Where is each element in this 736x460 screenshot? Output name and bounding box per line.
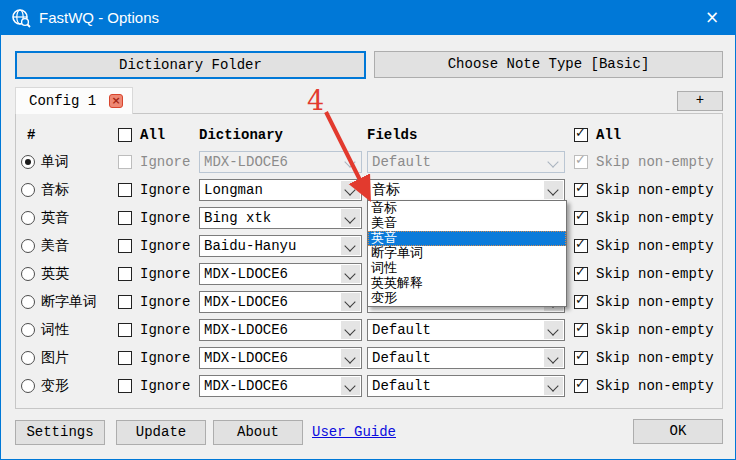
skip-label: Skip non-empty	[596, 347, 714, 369]
combo-arrow-icon[interactable]	[341, 377, 360, 395]
skip-checkbox[interactable]	[574, 351, 588, 365]
titlebar: FastWQ - Options ×	[1, 1, 735, 35]
dictionary-combobox[interactable]: Baidu-Hanyu	[199, 235, 362, 257]
skip-checkbox[interactable]	[574, 323, 588, 337]
skip-label: Skip non-empty	[596, 319, 714, 341]
dropdown-option[interactable]: 美音	[368, 216, 566, 231]
skip-label: Skip non-empty	[596, 179, 714, 201]
row-radio[interactable]	[21, 211, 35, 225]
table-row: 变形 Ignore MDX-LDOCE6 Default Skip non-em…	[1, 375, 736, 397]
ignore-checkbox	[118, 155, 132, 169]
skip-checkbox[interactable]	[574, 379, 588, 393]
dropdown-option[interactable]: 断字单词	[368, 246, 566, 261]
annotation-arrow-icon	[314, 104, 386, 208]
skip-checkbox[interactable]	[574, 295, 588, 309]
row-radio[interactable]	[21, 239, 35, 253]
col-dictionary: Dictionary	[199, 124, 283, 146]
dropdown-option[interactable]: 词性	[368, 261, 566, 276]
ignore-checkbox[interactable]	[118, 211, 132, 225]
table-row: 图片 Ignore MDX-LDOCE6 Default Skip non-em…	[1, 347, 736, 369]
row-radio[interactable]	[21, 183, 35, 197]
combo-arrow-icon[interactable]	[544, 377, 563, 395]
row-radio[interactable]	[21, 351, 35, 365]
dropdown-option[interactable]: 音标	[368, 201, 566, 216]
col-all-right: All	[596, 124, 621, 146]
dictionary-combobox[interactable]: MDX-LDOCE6	[199, 375, 362, 397]
skip-checkbox[interactable]	[574, 211, 588, 225]
ignore-label: Ignore	[140, 207, 190, 229]
dictionary-combobox[interactable]: MDX-LDOCE6	[199, 319, 362, 341]
dropdown-option[interactable]: 变形	[368, 291, 566, 306]
close-button[interactable]: ×	[689, 1, 735, 35]
row-radio[interactable]	[21, 155, 35, 169]
ignore-label: Ignore	[140, 151, 190, 173]
user-guide-link[interactable]: User Guide	[312, 424, 396, 440]
about-button[interactable]: About	[213, 420, 303, 445]
dictionary-combobox[interactable]: Bing xtk	[199, 207, 362, 229]
dropdown-option[interactable]: 英英解释	[368, 276, 566, 291]
ignore-label: Ignore	[140, 291, 190, 313]
ignore-checkbox[interactable]	[118, 351, 132, 365]
dictionary-folder-button[interactable]: Dictionary Folder	[15, 51, 366, 79]
ignore-checkbox[interactable]	[118, 183, 132, 197]
combo-arrow-icon[interactable]	[341, 293, 360, 311]
app-icon	[11, 8, 31, 28]
combo-arrow-icon[interactable]	[341, 237, 360, 255]
row-label: 图片	[41, 347, 69, 369]
combo-arrow-icon[interactable]	[544, 181, 563, 199]
combo-arrow-icon[interactable]	[544, 349, 563, 367]
skip-checkbox[interactable]	[574, 239, 588, 253]
choose-note-type-button[interactable]: Choose Note Type [Basic]	[374, 51, 723, 78]
ignore-label: Ignore	[140, 179, 190, 201]
ignore-checkbox[interactable]	[118, 295, 132, 309]
options-dialog: FastWQ - Options × Dictionary Folder Cho…	[0, 0, 736, 460]
fields-combobox[interactable]: Default	[367, 347, 565, 369]
dictionary-combobox[interactable]: MDX-LDOCE6	[199, 291, 362, 313]
combo-arrow-icon[interactable]	[341, 209, 360, 227]
fields-combobox[interactable]: Default	[367, 375, 565, 397]
ignore-label: Ignore	[140, 235, 190, 257]
all-ignore-checkbox[interactable]	[118, 128, 132, 142]
skip-checkbox[interactable]	[574, 183, 588, 197]
combo-arrow-icon[interactable]	[341, 321, 360, 339]
add-tab-button[interactable]: +	[677, 91, 723, 111]
all-skip-checkbox[interactable]	[574, 128, 588, 142]
window-title: FastWQ - Options	[39, 1, 159, 35]
combo-arrow-icon[interactable]	[544, 321, 563, 339]
row-radio[interactable]	[21, 295, 35, 309]
row-label: 变形	[41, 375, 69, 397]
combo-arrow-icon[interactable]	[341, 349, 360, 367]
tab-close-icon[interactable]: ×	[109, 94, 123, 108]
dictionary-combobox[interactable]: MDX-LDOCE6	[199, 347, 362, 369]
ignore-checkbox[interactable]	[118, 379, 132, 393]
skip-label: Skip non-empty	[596, 291, 714, 313]
ignore-checkbox[interactable]	[118, 239, 132, 253]
row-label: 单词	[41, 151, 69, 173]
ignore-checkbox[interactable]	[118, 323, 132, 337]
table-row: 词性 Ignore MDX-LDOCE6 Default Skip non-em…	[1, 319, 736, 341]
fields-combobox[interactable]: Default	[367, 319, 565, 341]
combo-arrow-icon[interactable]	[341, 265, 360, 283]
skip-checkbox[interactable]	[574, 267, 588, 281]
row-radio[interactable]	[21, 323, 35, 337]
tab-label: Config 1	[29, 88, 96, 114]
settings-button[interactable]: Settings	[15, 420, 105, 445]
combo-arrow-icon	[544, 153, 563, 171]
skip-label: Skip non-empty	[596, 151, 714, 173]
dropdown-option-highlighted[interactable]: 英音	[368, 231, 566, 246]
tab-config-1[interactable]: Config 1 ×	[15, 87, 133, 114]
row-radio[interactable]	[21, 267, 35, 281]
fields-combobox: Default	[367, 151, 565, 173]
dictionary-combobox[interactable]: MDX-LDOCE6	[199, 263, 362, 285]
row-radio[interactable]	[21, 379, 35, 393]
fields-combobox-open[interactable]: 音标	[367, 179, 565, 201]
row-label: 音标	[41, 179, 69, 201]
skip-label: Skip non-empty	[596, 263, 714, 285]
ok-button[interactable]: OK	[633, 419, 723, 444]
ignore-label: Ignore	[140, 347, 190, 369]
skip-label: Skip non-empty	[596, 207, 714, 229]
ignore-checkbox[interactable]	[118, 267, 132, 281]
col-hash: #	[27, 124, 35, 146]
ignore-label: Ignore	[140, 319, 190, 341]
update-button[interactable]: Update	[116, 420, 206, 445]
